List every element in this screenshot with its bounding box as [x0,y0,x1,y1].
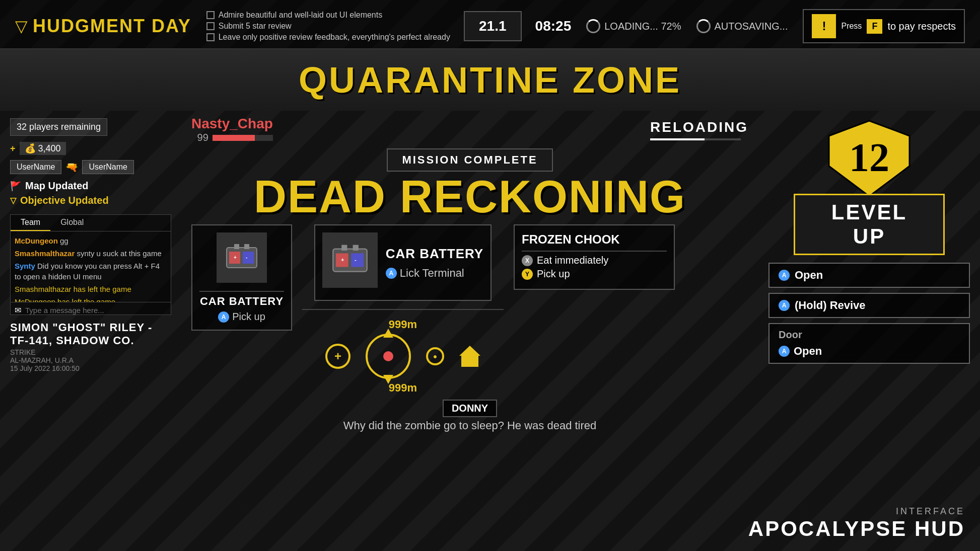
chat-message-3: Synty Did you know you can press Alt + F… [15,261,167,282]
player-handle: Nasty_Chap [191,116,273,132]
brand-sub: INTERFACE [748,506,965,517]
game-title: HUDGMENT DAY [33,16,191,37]
item-label-1: CAR BATTERY [200,295,284,308]
frozen-chook-card: FROZEN CHOOK X Eat immediately Y Pick up [514,224,675,290]
item-center-group: + - CAR BATTERY A Lick Terminal [302,224,504,395]
brand-main: APOCALYPSE HUD [748,517,965,541]
chat-quote: Why did the zombie go to sleep? He was d… [191,419,748,432]
shield-icon: 12 [824,118,915,199]
a-button-2[interactable]: A [386,268,397,279]
zone-title: QUARANTINE ZONE [10,59,970,101]
y-button[interactable]: Y [522,269,533,280]
item-divider-1 [199,291,284,292]
chat-name-mcdungeon: McDungeon [15,237,58,245]
chat-name-synty: Synty [15,262,35,270]
open-label: Open [795,269,823,282]
objective-3: Leave only positive review feedback, eve… [206,33,450,42]
f-key: F [867,19,882,34]
svg-rect-2 [244,244,249,249]
svg-text:12: 12 [849,135,889,180]
username-row: UserName 🔫 UserName [10,160,171,174]
zone-banner: QUARANTINE ZONE [0,49,980,111]
chevron-down-icon [466,353,474,365]
chat-name-smash: Smashmalthazar [15,249,75,258]
xp-bar-container [213,135,273,141]
door-section: Door A Open [779,329,822,358]
compass-center [383,351,393,361]
a-button-open[interactable]: A [779,270,790,281]
player-type: STRIKE [10,348,171,356]
loading-spinner-icon [586,19,600,33]
brand-section: INTERFACE APOCALYPSE HUD [748,506,965,541]
chat-bubble-section: DONNY Why did the zombie go to sleep? He… [191,400,748,432]
chat-message-1: McDungeon gg [15,235,167,246]
player-level-num: 99 [197,132,208,143]
x-button[interactable]: X [522,255,533,266]
waypoint-house [459,346,480,367]
chat-message-5: McDungeon has left the game [15,296,167,302]
checkbox-2[interactable] [206,22,215,30]
loading-section: LOADING... 72% [586,19,681,33]
compass-arrow-up-icon [383,329,393,338]
action-door-section: Door A Open [768,323,970,364]
logo-icon: ▽ [15,17,28,36]
tab-global[interactable]: Global [50,215,94,231]
map-updated: 🚩 Map Updated [10,180,171,192]
money-line: + 💰 3,400 [10,142,171,155]
gun-icon: 🔫 [65,161,78,173]
checkbox-1[interactable] [206,11,215,19]
a-button-1[interactable]: A [218,311,229,323]
frozen-divider [522,251,667,252]
alert-icon: ! [812,14,836,38]
player-date: 15 July 2022 16:00:50 [10,364,171,372]
action-revive-button[interactable]: A (Hold) Revive [768,293,970,318]
door-label: Door [779,329,822,341]
item-icon-1: + - [217,232,267,283]
objective-updated: ▽ Objective Updated [10,195,171,206]
svg-rect-4 [243,252,254,264]
a-button-revive[interactable]: A [779,300,790,311]
autosave-section: AUTOSAVING... [696,19,788,33]
left-panel: 32 players remaining + 💰 3,400 UserName … [0,111,181,531]
pay-respects-text: to pay respects [887,21,956,32]
a-button-door[interactable]: A [779,346,790,357]
compass-row: + ● [325,334,480,379]
item-label-2: CAR BATTERY [386,246,483,262]
autosave-spinner-icon [696,19,711,33]
mission-complete-label: MISSION COMPLETE [387,148,552,172]
compass-ring [366,334,411,379]
objective-1: Admire beautiful and well-laid out UI el… [206,11,450,20]
compass-section: 999m + ● [325,318,480,395]
money-badge: 💰 3,400 [20,142,66,155]
revive-label: (Hold) Revive [795,299,866,312]
checkbox-3[interactable] [206,33,215,41]
chat-input[interactable] [25,306,167,314]
svg-text:-: - [246,255,247,260]
reload-bar-fill [650,138,705,140]
svg-rect-11 [351,254,364,267]
pay-respects-prefix: Press [841,22,862,31]
chat-text-2: synty u suck at this game [77,249,161,258]
tab-team[interactable]: Team [11,215,50,231]
plus-icon: + [10,143,16,154]
chat-system-2: McDungeon has left the game [15,297,115,302]
action-open-button[interactable]: A Open [768,263,970,288]
player-location: AL-MAZRAH, U.R.A [10,356,171,364]
chat-input-row: ✉ [11,302,171,315]
chat-speaker: DONNY [443,400,497,417]
logo-section: ▽ HUDGMENT DAY Admire beautiful and well… [15,11,450,42]
username-badge-1: UserName [10,160,61,174]
chat-container: Team Global McDungeon gg Smashmalthazar … [10,214,171,315]
chat-tabs: Team Global [11,215,171,231]
circle-icon: ● [426,347,444,365]
item-2-info: CAR BATTERY A Lick Terminal [386,246,483,280]
xp-bar-fill [213,135,255,141]
players-remaining: 32 players remaining [10,118,107,136]
frozen-title: FROZEN CHOOK [522,232,667,247]
item-card-1: + - CAR BATTERY A Pick up [191,224,292,331]
top-right: 08:25 LOADING... 72% AUTOSAVING... ! Pre… [535,9,965,43]
pay-respects-section: ! Press F to pay respects [803,9,965,43]
item-action-1: A Pick up [218,311,265,323]
autosave-text: AUTOSAVING... [715,21,788,32]
chat-message-2: Smashmalthazar synty u suck at this game [15,248,167,259]
